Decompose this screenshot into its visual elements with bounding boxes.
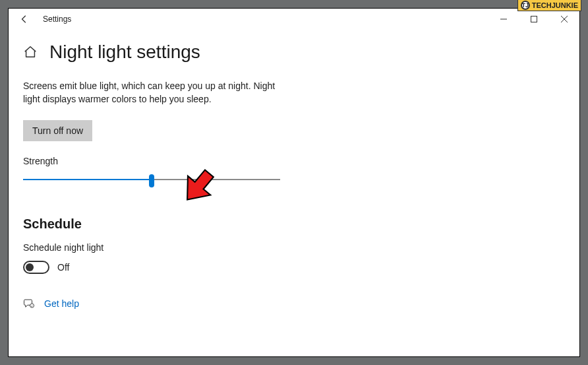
minimize-button[interactable] xyxy=(488,9,519,30)
chat-help-icon xyxy=(23,298,35,310)
content-area: Night light settings Screens emit blue l… xyxy=(9,30,579,356)
close-icon xyxy=(561,16,568,22)
slider-thumb[interactable] xyxy=(149,174,154,187)
slider-fill xyxy=(23,179,152,180)
turn-off-now-button[interactable]: Turn off now xyxy=(23,120,92,141)
svg-rect-0 xyxy=(531,17,537,22)
watermark-badge: TJ TECHJUNKIE xyxy=(517,0,581,11)
strength-slider[interactable] xyxy=(23,173,280,186)
schedule-toggle-row: Off xyxy=(23,261,562,274)
page-description: Screens emit blue light, which can keep … xyxy=(23,80,293,106)
help-row: Get help xyxy=(23,298,562,310)
watermark-logo-icon: TJ xyxy=(521,1,530,10)
maximize-button[interactable] xyxy=(519,9,549,30)
page-header: Night light settings xyxy=(23,42,562,63)
page-title: Night light settings xyxy=(49,42,200,63)
window-controls xyxy=(488,9,579,30)
arrow-left-icon xyxy=(20,15,29,24)
svg-point-1 xyxy=(30,304,34,308)
home-icon[interactable] xyxy=(23,45,38,59)
schedule-toggle-state: Off xyxy=(57,262,69,273)
close-button[interactable] xyxy=(549,9,579,30)
minimize-icon xyxy=(500,16,507,22)
schedule-toggle[interactable] xyxy=(23,261,49,274)
maximize-icon xyxy=(531,16,537,22)
watermark-text: TECHJUNKIE xyxy=(532,1,578,9)
schedule-header: Schedule xyxy=(23,216,562,232)
schedule-subtext: Schedule night light xyxy=(23,242,562,253)
app-title: Settings xyxy=(43,15,71,24)
settings-window: TJ TECHJUNKIE Settings Night light setti… xyxy=(8,8,580,357)
toggle-knob xyxy=(26,263,34,271)
back-button[interactable] xyxy=(13,9,36,30)
titlebar: Settings xyxy=(9,9,579,30)
strength-label: Strength xyxy=(23,156,562,166)
get-help-link[interactable]: Get help xyxy=(44,298,79,309)
